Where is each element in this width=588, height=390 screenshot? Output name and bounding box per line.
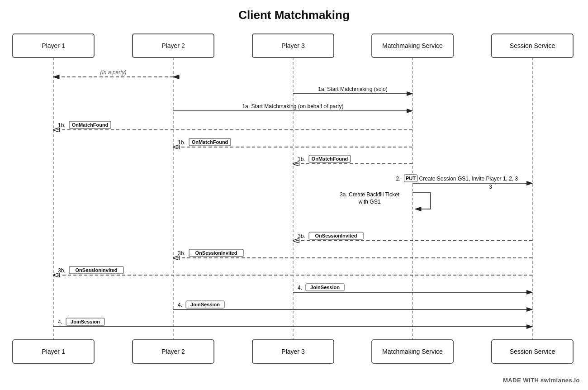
svg-text:1b.: 1b. <box>178 139 185 146</box>
watermark-brand: swimlanes.io <box>541 377 580 384</box>
svg-text:PUT: PUT <box>406 176 416 181</box>
svg-text:Session Service: Session Service <box>510 348 555 355</box>
svg-text:OnSessionInvited: OnSessionInvited <box>76 267 118 273</box>
svg-text:with GS1: with GS1 <box>358 199 381 205</box>
sequence-diagram: Player 1Player 1Player 2Player 2Player 3… <box>0 0 588 390</box>
svg-text:1a. Start Matchmaking (solo): 1a. Start Matchmaking (solo) <box>318 86 387 92</box>
svg-text:(In a party): (In a party) <box>100 69 126 76</box>
watermark-prefix: MADE WITH <box>503 377 539 384</box>
svg-text:Session Service: Session Service <box>510 42 555 49</box>
svg-text:Player 1: Player 1 <box>42 348 65 355</box>
svg-text:4.: 4. <box>178 302 182 308</box>
svg-text:Player 2: Player 2 <box>161 42 185 49</box>
svg-text:OnMatchFound: OnMatchFound <box>192 139 228 145</box>
svg-text:Player 3: Player 3 <box>281 42 305 49</box>
svg-text:Matchmaking Service: Matchmaking Service <box>382 348 443 355</box>
svg-text:Player 1: Player 1 <box>42 42 65 49</box>
svg-text:1b.: 1b. <box>58 122 66 128</box>
svg-text:Create Session GS1, Invite Pla: Create Session GS1, Invite Player 1, 2, … <box>419 176 518 182</box>
svg-text:OnMatchFound: OnMatchFound <box>72 122 109 128</box>
svg-text:Player 3: Player 3 <box>281 348 305 355</box>
svg-text:OnMatchFound: OnMatchFound <box>312 156 348 162</box>
svg-text:2.: 2. <box>396 176 401 182</box>
svg-text:JoinSession: JoinSession <box>71 319 100 324</box>
watermark: MADE WITH swimlanes.io <box>503 377 580 384</box>
svg-text:3a. Create Backfill Ticket: 3a. Create Backfill Ticket <box>340 191 400 198</box>
svg-text:3b.: 3b. <box>298 233 305 239</box>
svg-text:3: 3 <box>489 184 492 190</box>
svg-text:1b.: 1b. <box>298 156 305 162</box>
svg-text:1a. Start Matchmaking (on beha: 1a. Start Matchmaking (on behalf of part… <box>242 103 343 109</box>
svg-text:4.: 4. <box>298 285 302 291</box>
svg-text:Matchmaking Service: Matchmaking Service <box>382 42 443 49</box>
svg-text:3b.: 3b. <box>58 267 66 274</box>
svg-text:Player 2: Player 2 <box>161 348 185 355</box>
svg-text:OnSessionInvited: OnSessionInvited <box>195 250 237 256</box>
svg-text:3b.: 3b. <box>178 250 185 257</box>
svg-text:4.: 4. <box>58 319 62 325</box>
svg-text:JoinSession: JoinSession <box>310 285 340 290</box>
diagram-container: Client Matchmaking Player 1Player 1Playe… <box>0 0 588 390</box>
svg-text:JoinSession: JoinSession <box>190 302 220 307</box>
svg-text:OnSessionInvited: OnSessionInvited <box>315 233 357 238</box>
